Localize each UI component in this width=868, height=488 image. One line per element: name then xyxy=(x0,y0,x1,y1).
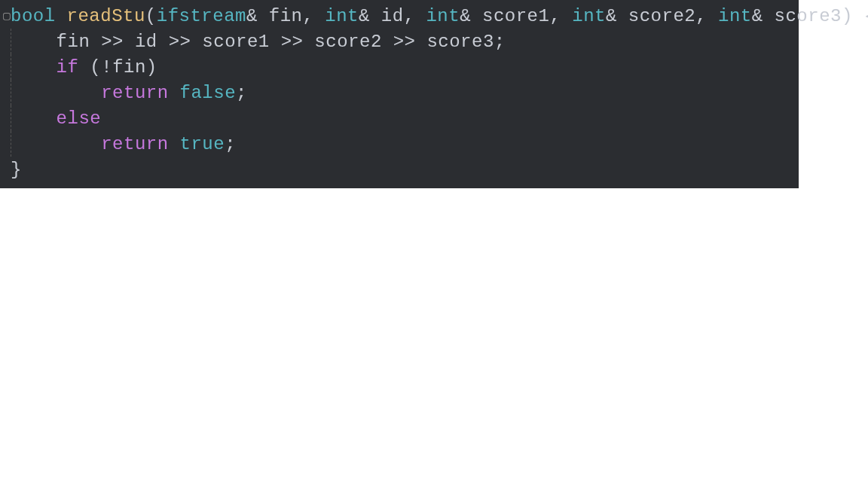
token-amp: & xyxy=(606,6,617,26)
token-keyword: bool xyxy=(11,6,56,26)
token-literal: false xyxy=(180,83,237,103)
space xyxy=(617,6,628,26)
token-type: int xyxy=(426,6,460,26)
code-editor[interactable]: ▢bool readStu(ifstream& fin, int& id, in… xyxy=(0,0,799,188)
space xyxy=(56,6,67,26)
code-line[interactable]: return true; xyxy=(0,131,799,157)
space xyxy=(169,83,180,103)
token-param: score2 xyxy=(628,6,695,26)
token-keyword: return xyxy=(101,83,168,103)
space xyxy=(169,134,180,154)
gutter xyxy=(3,111,11,125)
space xyxy=(763,6,775,26)
token-type: int xyxy=(572,6,606,26)
token-semi: ; xyxy=(225,134,236,154)
indent xyxy=(11,134,101,154)
token-keyword: if xyxy=(57,57,79,78)
token-brace: } xyxy=(11,160,22,180)
token-amp: & xyxy=(460,6,471,26)
token-comma: , xyxy=(549,6,572,26)
token-type: ifstream xyxy=(157,6,246,26)
token-cond: (!fin) xyxy=(78,57,157,78)
token-type: int xyxy=(718,6,752,26)
gutter xyxy=(3,137,11,151)
token-param: fin xyxy=(269,6,303,26)
code-line[interactable]: fin >> id >> score1 >> score2 >> score3; xyxy=(0,29,799,54)
code-line[interactable]: return false; xyxy=(0,80,799,105)
space xyxy=(853,6,864,26)
gutter xyxy=(3,60,11,74)
token-function: readStu xyxy=(67,6,145,26)
token-keyword: return xyxy=(101,134,168,154)
code-line[interactable]: else xyxy=(0,105,799,131)
token-amp: & xyxy=(752,6,763,26)
token-amp: & xyxy=(359,6,370,26)
code-line[interactable]: if (!fin) xyxy=(0,54,799,80)
token-literal: true xyxy=(180,134,225,154)
token-brace: { xyxy=(864,6,868,26)
gutter xyxy=(3,86,11,99)
token-comma: , xyxy=(404,6,426,26)
token-comma: , xyxy=(303,6,326,26)
indent xyxy=(11,108,57,129)
token-statement: fin >> id >> score1 >> score2 >> score3; xyxy=(11,32,506,52)
space xyxy=(471,6,482,26)
code-line[interactable]: } xyxy=(0,157,799,182)
code-line[interactable]: ▢bool readStu(ifstream& fin, int& id, in… xyxy=(0,3,799,29)
token-amp: & xyxy=(246,6,258,26)
gutter xyxy=(3,35,11,48)
token-comma: , xyxy=(695,6,718,26)
token-semi: ; xyxy=(236,83,247,103)
gutter xyxy=(3,163,11,176)
token-paren: ) xyxy=(842,6,853,26)
indent xyxy=(11,57,57,78)
token-paren: ( xyxy=(145,6,157,26)
space xyxy=(258,6,269,26)
token-param: id xyxy=(381,6,404,26)
fold-icon[interactable]: ▢ xyxy=(3,8,11,23)
token-param: score1 xyxy=(482,6,549,26)
space xyxy=(370,6,381,26)
token-param: score3 xyxy=(775,6,842,26)
token-type: int xyxy=(325,6,359,26)
token-keyword: else xyxy=(57,108,102,129)
indent xyxy=(11,83,101,103)
